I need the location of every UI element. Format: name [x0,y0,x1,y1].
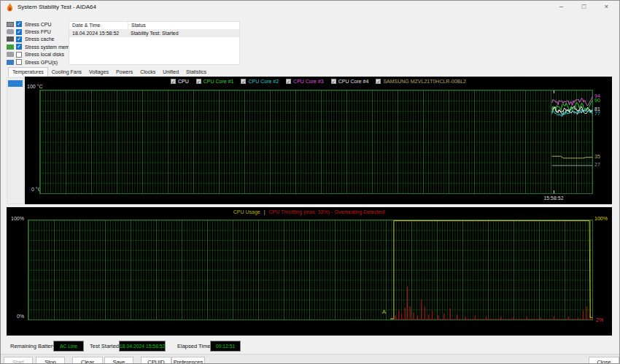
cpuid-button[interactable]: CPUID [141,357,171,364]
log-col-datetime: Date & Time [69,22,128,29]
legend-checkbox-cpu[interactable]: ✓ [171,79,176,84]
cache-icon [7,36,14,42]
time-tick-bottom [554,190,554,193]
temp-axis-max-label: 100 °C [27,84,42,89]
usage-axis-min-label: 0% [17,314,24,319]
temperature-value-labels: 949081773527 [594,90,612,193]
title-separator: | [264,209,266,214]
stress-system-memory-checkbox[interactable]: ✓ [16,44,22,50]
log-col-status: Status [128,22,239,29]
stress-option-stress-cpu: ✓Stress CPU [7,20,71,28]
stress-option-stress-gpu-s: Stress GPU(s) [7,58,71,66]
log-table-header: Date & Time Status [69,22,239,30]
log-row-datetime: 18.04.2024 15:58:52 [69,30,128,37]
temperature-legend: ✓CPU✓CPU Core #1✓CPU Core #2✓CPU Core #3… [25,79,612,84]
tab-unified[interactable]: Unified [159,67,182,77]
chart-scrollbar-thumb[interactable] [8,80,23,87]
log-row-status: Stability Test: Started [128,30,239,37]
elapsed-time-label: Elapsed Time: [177,343,212,349]
cpu-usage-chart-panel: CPU Usage | CPU Throttling (max: 33%) - … [7,207,612,336]
legend-checkbox-cpu-core-2[interactable]: ✓ [241,79,246,84]
temperature-plot-area [39,90,593,194]
tab-cooling-fans[interactable]: Cooling Fans [48,67,85,77]
x-axis-time-label: 15:58:52 [535,195,572,201]
stress-cache-checkbox[interactable]: ✓ [16,36,22,42]
stress-option-label: Stress CPU [25,22,52,27]
tab-statistics[interactable]: Statistics [182,67,210,77]
chart-scrollbar[interactable] [7,77,24,204]
usage-series-lines: A [28,220,592,320]
legend-item-samsung-mzvl21t0hclr-00bl2: ✓SAMSUNG MZVL21T0HCLR-00BL2 [376,79,466,84]
legend-label: CPU Core #4 [338,79,369,84]
temp-value-label-35: 35 [594,154,600,159]
legend-item-cpu-core-2: ✓CPU Core #2 [241,79,279,84]
time-tick-top [554,90,554,93]
stress-option-label: Stress cache [25,36,54,42]
legend-label: CPU Core #1 [204,79,234,84]
log-rows: 18.04.2024 15:58:52Stability Test: Start… [69,30,239,37]
battery-label: Remaining Battery: [10,343,57,349]
legend-checkbox-cpu-core-1[interactable]: ✓ [196,79,201,84]
minimize-button[interactable]: – [550,1,573,14]
legend-label: CPU [178,79,189,84]
stress-option-label: Stress local disks [25,52,64,57]
usage-current-label: 100% [594,216,608,221]
legend-item-cpu-core-1: ✓CPU Core #1 [196,79,234,84]
legend-checkbox-samsung-mzvl21t0hclr-00bl2[interactable]: ✓ [376,79,381,84]
temp-value-label-27: 27 [594,162,600,167]
preferences-button[interactable]: Preferences [171,357,205,364]
tab-clocks[interactable]: Clocks [136,67,159,77]
close-button[interactable]: Close [589,357,619,364]
gpu-icon [7,60,14,65]
stress-gpu-s-checkbox[interactable] [16,59,22,65]
temperature-chart-panel: ✓CPU✓CPU Core #1✓CPU Core #2✓CPU Core #3… [25,77,612,204]
window-title: System Stability Test - AIDA64 [18,4,96,10]
fpu-icon [7,29,14,34]
stress-option-stress-system-memory: ✓Stress system memory [7,43,71,50]
stress-local-disks-checkbox[interactable] [16,52,22,58]
clear-button[interactable]: Clear [72,357,103,364]
temperature-series-lines [40,90,592,193]
legend-item-cpu-core-3: ✓CPU Core #3 [286,79,324,84]
legend-label: CPU Core #3 [293,79,324,84]
legend-checkbox-cpu-core-3[interactable]: ✓ [286,79,291,84]
close-window-button[interactable]: × [595,1,618,14]
tab-bar: TemperaturesCooling FansVoltagesPowersCl… [8,67,210,77]
memory-icon [7,44,14,50]
stress-option-stress-cache: ✓Stress cache [7,36,71,43]
tab-voltages[interactable]: Voltages [85,67,112,77]
disk-icon [7,52,14,57]
aida64-flame-icon [6,3,14,12]
stress-cpu-checkbox[interactable]: ✓ [16,21,22,27]
throttle-current-label: 2% [596,317,603,322]
titlebar: System Stability Test - AIDA64 – □ × [1,1,619,14]
legend-label: CPU Core #2 [248,79,279,84]
usage-plot-area: A [28,220,593,320]
elapsed-time-value: 00:12:51 [210,341,241,352]
stop-button[interactable]: Stop [36,357,65,364]
usage-axis-max-label: 100% [11,216,24,221]
test-started-value: 18.04.2024 15:58:52 [119,341,166,352]
test-started-label: Test Started: [90,343,120,349]
usage-chart-title: CPU Usage | CPU Throttling (max: 33%) - … [7,209,612,214]
throttling-alert-text: CPU Throttling (max: 33%) - Overheating … [268,209,385,214]
legend-checkbox-cpu-core-4[interactable]: ✓ [331,79,336,84]
log-row[interactable]: 18.04.2024 15:58:52Stability Test: Start… [69,30,239,37]
tab-powers[interactable]: Powers [112,67,136,77]
aida64-stability-test-window: System Stability Test - AIDA64 – □ × ✓St… [0,0,620,364]
legend-label: SAMSUNG MZVL21T0HCLR-00BL2 [383,79,466,84]
cpu-icon [7,22,14,27]
save-button[interactable]: Save [104,357,133,364]
cpu-usage-title: CPU Usage [233,209,260,214]
event-log-table: Date & Time Status 18.04.2024 15:58:52St… [69,21,240,65]
stress-option-stress-fpu: ✓Stress FPU [7,28,71,35]
tab-temperatures[interactable]: Temperatures [8,67,48,77]
stress-fpu-checkbox[interactable]: ✓ [16,29,22,35]
stress-options-list: ✓Stress CPU✓Stress FPU✓Stress cache✓Stre… [7,20,71,66]
start-button[interactable]: Start [4,357,33,364]
maximize-button[interactable]: □ [573,1,595,14]
stress-option-label: Stress GPU(s) [25,60,58,65]
battery-value: AC Line [53,341,84,352]
temp-value-label-77: 77 [594,111,600,116]
footer-button-bar: Start Stop Clear Save CPUID Preferences … [1,354,619,364]
